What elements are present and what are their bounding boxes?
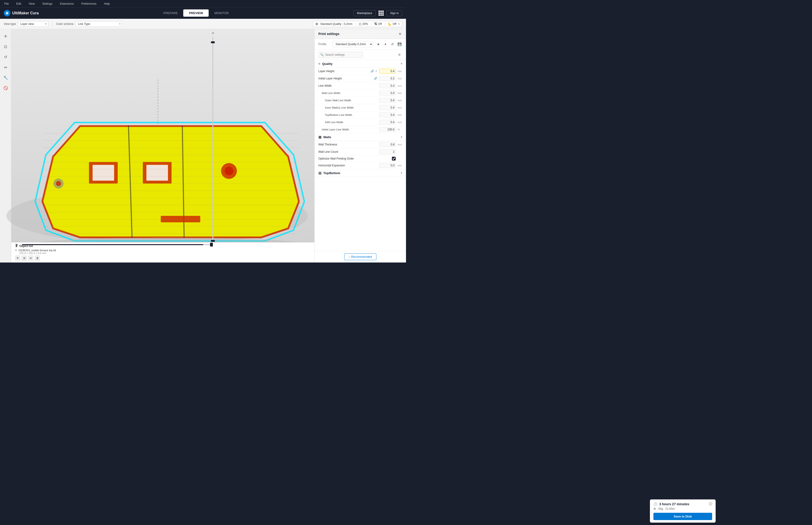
menu-item-view[interactable]: View (27, 1, 36, 6)
wall-line-count-row: Wall Line Count (315, 148, 406, 155)
viewport[interactable]: ✛ ⊡ ↺ ⇔ 🔧 🚫 (0, 29, 315, 262)
recommended-button[interactable]: ‹ Recommended (344, 253, 377, 260)
support-icon: 🏗 (374, 22, 377, 26)
marketplace-button[interactable]: Marketplace (353, 10, 376, 16)
svg-rect-5 (93, 165, 114, 180)
quality-icon: ≡ (318, 62, 320, 65)
layer-height-input[interactable] (379, 69, 396, 74)
settings-list[interactable]: ≡ Quality ▾ Layer Height 🔗 ↺ mm (315, 60, 406, 251)
pencil-icon: ✏ (15, 249, 17, 252)
initial-layer-line-width-label: Initial Layer Line Width (318, 128, 377, 131)
top-bottom-line-width-row: Top/Bottom Line Width mm (315, 111, 406, 119)
menu-item-preferences[interactable]: Preferences (80, 1, 98, 6)
quality-section-label: Quality (322, 62, 333, 65)
expand-profile-button[interactable]: ▾ (383, 41, 388, 47)
search-input[interactable] (318, 52, 363, 58)
settings-menu-button[interactable]: ≡ (397, 52, 402, 58)
layer-progress-bar[interactable] (22, 244, 213, 245)
outer-wall-line-width-row: Outer Wall Line Width mm (315, 97, 406, 104)
view-type-select[interactable]: Layer view (18, 21, 48, 27)
svg-rect-12 (161, 216, 200, 222)
inner-wall-line-width-input[interactable] (379, 105, 396, 110)
print-settings-title: Print settings (318, 32, 339, 36)
horizontal-expansion-input[interactable] (379, 163, 396, 168)
top-bottom-chevron-icon: ▾ (401, 171, 402, 175)
wall-thickness-unit: mm (398, 143, 402, 146)
menu-item-file[interactable]: File (3, 1, 10, 6)
layer-slider[interactable]: 23 (210, 29, 216, 249)
quality-bar[interactable]: ⚙ Standard Quality - 0.2mm | ◫ 20% | 🏗 O… (313, 21, 402, 27)
menu-item-edit[interactable]: Edit (15, 1, 22, 6)
line-width-input[interactable] (379, 84, 396, 88)
progress-fill (22, 244, 203, 245)
header: UltiMaker Cura PREPARE PREVIEW MONITOR M… (0, 7, 406, 19)
object-name: CE3E3V2_mobile furnace top lid (18, 249, 56, 252)
toolbar-divider (52, 21, 52, 27)
horizontal-expansion-unit: mm (398, 164, 402, 167)
3d-canvas[interactable] (0, 29, 315, 262)
outer-wall-line-width-label: Outer Wall Line Width (318, 99, 377, 102)
outer-wall-line-width-input[interactable] (379, 98, 396, 103)
color-scheme-select[interactable]: Line Type (75, 21, 122, 27)
tab-monitor[interactable]: MONITOR (209, 10, 234, 17)
quality-section-header[interactable]: ≡ Quality ▾ (315, 60, 406, 68)
infill-line-width-unit: mm (398, 121, 402, 124)
infill-line-width-row: Infill Line Width mm (315, 119, 406, 126)
header-right: Marketplace Sign in (353, 10, 402, 16)
settings-list-inner: ≡ Quality ▾ Layer Height 🔗 ↺ mm (315, 60, 406, 179)
wall-thickness-input[interactable] (379, 142, 396, 147)
adhesion-setting: 📐 Off (388, 22, 396, 26)
walls-section-label: Walls (323, 135, 331, 139)
top-bottom-section-header[interactable]: ▤ Top/Bottom ▾ (315, 169, 406, 177)
link-icon[interactable]: 🔗 (370, 70, 374, 73)
object-delete-icon[interactable]: 🗑 (35, 255, 40, 260)
chevron-left-icon: ‹ (349, 255, 350, 258)
progress-thumb[interactable] (210, 243, 213, 246)
inner-wall-line-width-row: Inner Wall(s) Line Width mm (315, 104, 406, 111)
wall-line-count-input[interactable] (379, 149, 396, 154)
optimize-wall-printing-order-checkbox[interactable] (392, 157, 396, 161)
grid-dot (379, 13, 380, 14)
initial-layer-line-width-unit: % (398, 128, 402, 131)
menu-item-settings[interactable]: Settings (41, 1, 54, 6)
object-grid-icon[interactable]: ⊞ (21, 255, 27, 260)
close-button[interactable]: ✕ (398, 31, 402, 36)
menu-item-help[interactable]: Help (103, 1, 111, 6)
object-duplicate-icon[interactable]: ⧉ (28, 255, 33, 260)
view-type-label: View type (4, 22, 16, 26)
top-bottom-line-width-input[interactable] (379, 112, 396, 117)
initial-layer-height-input[interactable] (379, 76, 396, 81)
star-profile-button[interactable]: ★ (376, 41, 381, 47)
save-profile-button[interactable]: 💾 (397, 41, 402, 47)
tab-preview[interactable]: PREVIEW (183, 10, 209, 17)
link-icon[interactable]: 🔗 (374, 77, 377, 80)
layer-slider-track[interactable] (212, 37, 213, 246)
menu-item-extensions[interactable]: Extensions (59, 1, 75, 6)
object-action-icons: 👁 ⊞ ⧉ 🗑 (15, 255, 311, 260)
grid-dot (380, 13, 382, 14)
reset-icon[interactable]: ↺ (375, 70, 377, 73)
tab-prepare[interactable]: PREPARE (158, 10, 183, 17)
optimize-wall-printing-order-row: Optimize Wall Printing Order (315, 155, 406, 162)
slider-thumb-top[interactable] (211, 41, 215, 43)
play-button[interactable]: ▶ (14, 242, 20, 247)
initial-layer-height-row: Initial Layer Height 🔗 mm (315, 75, 406, 82)
logo-icon (4, 10, 10, 16)
quality-label: Standard Quality - 0.2mm (320, 22, 352, 26)
profile-row: Profile Standard Quality 0.2mm ★ ▾ ↺ 💾 (315, 39, 406, 50)
recommended-row: ‹ Recommended (315, 251, 406, 262)
wall-line-width-input[interactable] (379, 91, 396, 95)
object-view-icon[interactable]: 👁 (15, 255, 20, 260)
infill-line-width-input[interactable] (379, 120, 396, 124)
top-bottom-line-width-label: Top/Bottom Line Width (318, 114, 377, 116)
initial-layer-line-width-input[interactable] (379, 127, 396, 132)
reset-profile-button[interactable]: ↺ (389, 41, 395, 47)
infill-line-width-label: Infill Line Width (318, 121, 377, 124)
walls-section-header[interactable]: ▦ Walls ▾ (315, 133, 406, 141)
3d-view-svg (0, 29, 315, 262)
grid-apps-icon[interactable] (379, 11, 384, 16)
profile-select[interactable]: Standard Quality 0.2mm (333, 41, 373, 47)
svg-rect-7 (147, 165, 168, 180)
top-bottom-section-label: Top/Bottom (323, 171, 340, 175)
signin-button[interactable]: Sign in (386, 10, 402, 16)
